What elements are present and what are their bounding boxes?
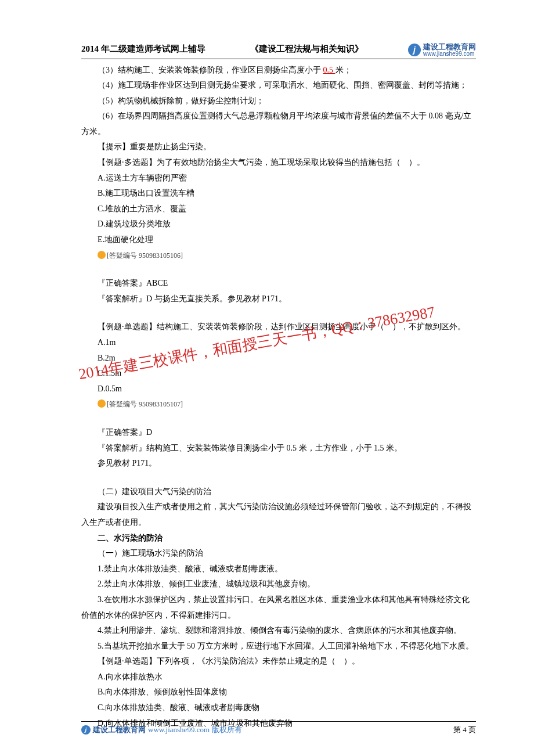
paragraph: （3）结构施工、安装装饰装修阶段，作业区目测扬尘高度小于 0.5 米； (81, 63, 476, 78)
document-body: （3）结构施工、安装装饰装修阶段，作业区目测扬尘高度小于 0.5 米； （4）施… (81, 63, 476, 732)
question-id-row: ?[答疑编号 950983105106] (81, 248, 476, 264)
footer-brand-text: 建设工程教育网 (93, 723, 146, 737)
option-a: A.1m (81, 335, 476, 351)
section-heading-bold: 二、水污染的防治 (81, 531, 476, 546)
help-icon: ? (98, 251, 106, 259)
correct-answer: 『正确答案』ABCE (81, 276, 476, 291)
option-a: A.向水体排放热水 (81, 669, 476, 685)
correct-answer: 『正确答案』D (81, 425, 476, 441)
logo-icon: j (408, 44, 421, 56)
footer-brand-block: j 建设工程教育网 www.jianshe99.com 版权所有 (81, 723, 242, 737)
logo-brand-text: 建设工程教育网 (423, 43, 476, 51)
question-stem: 【例题·单选题】下列各项，《水污染防治法》未作禁止规定的是（ ）。 (81, 654, 476, 669)
paragraph: 1.禁止向水体排放油类、酸液、碱液或者剧毒废液。 (81, 561, 476, 577)
subject-title: 《建设工程法规与相关知识》 (205, 41, 408, 57)
option-b: B.2m (81, 351, 476, 366)
option-c: C.向水体排放油类、酸液、碱液或者剧毒废物 (81, 700, 476, 716)
page-number: 第 4 页 (453, 723, 476, 737)
paragraph: 5.当基坑开挖抽水量大于 50 万立方米时，应进行地下水回灌。人工回灌补给地下水… (81, 639, 476, 654)
option-b: B.施工现场出口设置洗车槽 (81, 186, 476, 201)
section-heading: （二）建设项目大气污染的防治 (81, 484, 476, 500)
paragraph: （6）在场界四周隔挡高度位置测得大气总悬浮颗粒物月平均浓度与城市背景值的差值不大… (81, 109, 476, 139)
page-header: 2014 年二级建造师考试网上辅导 《建设工程法规与相关知识》 j 建设工程教育… (81, 41, 476, 59)
option-d: D.0.5m (81, 381, 476, 397)
footer-logo-icon: j (81, 725, 91, 735)
highlight-value: 0.5 (323, 66, 335, 74)
course-title: 2014 年二级建造师考试网上辅导 (81, 41, 205, 57)
footer-url-text: www.jianshe99.com (148, 723, 210, 737)
option-a: A.运送土方车辆密闭严密 (81, 171, 476, 186)
paragraph: 2.禁止向水体排放、倾倒工业废渣、城镇垃圾和其他废弃物。 (81, 577, 476, 592)
page-footer: j 建设工程教育网 www.jianshe99.com 版权所有 第 4 页 (81, 721, 476, 737)
help-icon: ? (98, 399, 106, 408)
question-id: [答疑编号 950983105106] (107, 251, 183, 260)
header-logo: j 建设工程教育网 www.jianshe99.com (408, 43, 476, 57)
option-b: B.向水体排放、倾倒放射性固体废物 (81, 685, 476, 700)
answer-analysis: 『答案解析』D 与扬尘无直接关系。参见教材 P171。 (81, 291, 476, 307)
paragraph: 3.在饮用水水源保护区内，禁止设置排污口。在风景名胜区水体、重要渔业水体和其他具… (81, 592, 476, 623)
option-e: E.地面硬化处理 (81, 232, 476, 248)
paragraph: （5）构筑物机械拆除前，做好扬尘控制计划； (81, 93, 476, 109)
option-d: D.建筑垃圾分类堆放 (81, 217, 476, 232)
paragraph: （4）施工现场非作业区达到目测无扬尘要求，可采取洒水、地面硬化、围挡、密网覆盖、… (81, 78, 476, 93)
paragraph: 4.禁止利用渗井、渗坑、裂隙和溶洞排放、倾倒含有毒污染物的废水、含病原体的污水和… (81, 623, 476, 639)
answer-analysis-ref: 参见教材 P171。 (81, 456, 476, 471)
paragraph: 建设项目投入生产或者使用之前，其大气污染防治设施必须经过环保管部门验收，达不到规… (81, 499, 476, 530)
option-c: C.1.5m (81, 366, 476, 381)
section-heading: （一）施工现场水污染的防治 (81, 546, 476, 561)
question-id-row: ?[答疑编号 950983105107] (81, 397, 476, 412)
option-c: C.堆放的土方洒水、覆盖 (81, 201, 476, 217)
question-id: [答疑编号 950983105107] (107, 400, 183, 408)
logo-url-text: www.jianshe99.com (423, 51, 476, 57)
tip-paragraph: 【提示】重要是防止扬尘污染。 (81, 139, 476, 155)
question-stem: 【例题·单选题】结构施工、安装装饰装修阶段，达到作业区目测扬尘高度小于（ ），不… (81, 319, 476, 335)
footer-copyright-text: 版权所有 (212, 723, 242, 737)
question-stem: 【例题·多选题】为了有效地防治扬尘大气污染，施工现场采取比较得当的措施包括（ ）… (81, 155, 476, 171)
answer-analysis: 『答案解析』结构施工、安装装饰装修目测扬尘小于 0.5 米，土方作业，小于 1.… (81, 441, 476, 456)
